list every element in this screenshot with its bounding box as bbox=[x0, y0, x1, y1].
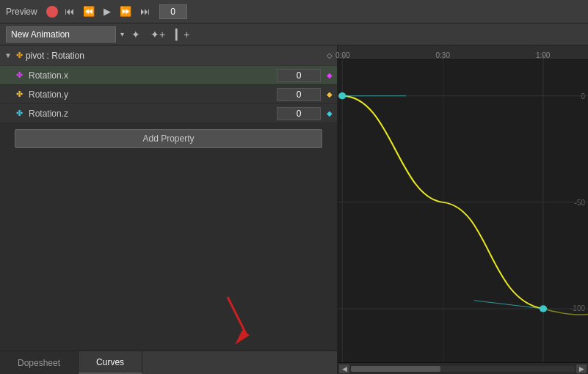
rotation-x-diamond-icon[interactable]: ◆ bbox=[327, 71, 333, 79]
main-container: Preview ⏮ ⏪ ▶ ⏩ ⏭ ▾ ✦ ✦+ ▎+ ▼ ✤ pivot : … bbox=[0, 0, 588, 374]
rotation-x-icon: ✤ bbox=[16, 70, 23, 80]
content-area: ▼ ✤ pivot : Rotation ◇ ✤ Rotation.x ◆ ✤ … bbox=[0, 45, 588, 374]
rotation-z-diamond-icon[interactable]: ◆ bbox=[327, 109, 333, 117]
scroll-track[interactable] bbox=[351, 366, 575, 372]
scroll-right-button[interactable]: ▶ bbox=[576, 364, 587, 373]
insert-key-button[interactable]: ▎+ bbox=[173, 27, 192, 42]
frame-input[interactable] bbox=[159, 4, 187, 19]
scroll-left-button[interactable]: ◀ bbox=[339, 364, 349, 373]
rotation-x-label: Rotation.x bbox=[29, 70, 274, 81]
left-panel: ▼ ✤ pivot : Rotation ◇ ✤ Rotation.x ◆ ✤ … bbox=[0, 45, 338, 374]
pivot-icon: ✤ bbox=[16, 51, 23, 60]
right-panel: 0:00 0:30 1:00 0 -50 -100 bbox=[338, 45, 588, 374]
step-forward-button[interactable]: ⏩ bbox=[117, 6, 134, 17]
curve-svg bbox=[338, 60, 588, 362]
rotation-y-input[interactable] bbox=[277, 88, 321, 101]
scroll-area: ◀ ▶ bbox=[338, 362, 588, 374]
ruler-tick-60 bbox=[543, 55, 544, 59]
preview-label: Preview bbox=[6, 7, 37, 17]
step-back-button[interactable]: ⏪ bbox=[81, 6, 97, 17]
add-property-button[interactable]: Add Property bbox=[15, 129, 322, 148]
tab-dopesheet[interactable]: Dopesheet bbox=[0, 351, 79, 374]
rotation-y-diamond-icon[interactable]: ◆ bbox=[327, 90, 333, 98]
rotation-y-label: Rotation.y bbox=[29, 89, 274, 100]
rotation-y-icon: ✤ bbox=[16, 89, 23, 99]
add-key-button[interactable]: ✦+ bbox=[148, 27, 168, 42]
animation-name-input[interactable] bbox=[6, 26, 116, 43]
tab-curves[interactable]: Curves bbox=[79, 351, 142, 374]
pivot-row: ▼ ✤ pivot : Rotation ◇ bbox=[0, 45, 337, 66]
pivot-keyframe-diamond-icon[interactable]: ◇ bbox=[327, 51, 333, 59]
rotation-z-input[interactable] bbox=[277, 107, 321, 120]
rotation-y-row: ✤ Rotation.y ◆ bbox=[0, 85, 337, 104]
rotation-x-input[interactable] bbox=[277, 69, 321, 82]
pivot-label: pivot : Rotation bbox=[26, 51, 324, 61]
track-list: ▼ ✤ pivot : Rotation ◇ ✤ Rotation.x ◆ ✤ … bbox=[0, 45, 337, 351]
timeline-ruler: 0:00 0:30 1:00 bbox=[338, 45, 588, 59]
rotation-z-label: Rotation.z bbox=[29, 109, 274, 119]
play-button[interactable]: ▶ bbox=[101, 6, 113, 17]
rotation-x-row: ✤ Rotation.x ◆ bbox=[0, 66, 337, 85]
ruler-tick-0 bbox=[343, 55, 344, 59]
snap-icon-button[interactable]: ✦ bbox=[128, 27, 143, 42]
ruler-tick-30 bbox=[443, 55, 443, 59]
top-bar: Preview ⏮ ⏪ ▶ ⏩ ⏭ bbox=[0, 0, 588, 23]
skip-forward-button[interactable]: ⏭ bbox=[138, 6, 152, 17]
timeline-header: 0:00 0:30 1:00 bbox=[338, 45, 588, 60]
second-row: ▾ ✦ ✦+ ▎+ bbox=[0, 23, 588, 45]
scroll-thumb[interactable] bbox=[351, 366, 440, 372]
rotation-z-row: ✤ Rotation.z ◆ bbox=[0, 104, 337, 123]
record-button[interactable] bbox=[46, 6, 58, 18]
bottom-tabs: Dopesheet Curves bbox=[0, 351, 337, 374]
expand-arrow-icon[interactable]: ▼ bbox=[4, 51, 12, 59]
svg-line-11 bbox=[474, 301, 543, 309]
curve-area: 0 -50 -100 bbox=[338, 60, 588, 362]
dropdown-arrow-icon[interactable]: ▾ bbox=[120, 30, 124, 38]
skip-back-button[interactable]: ⏮ bbox=[62, 6, 76, 17]
rotation-z-icon: ✤ bbox=[16, 109, 23, 118]
